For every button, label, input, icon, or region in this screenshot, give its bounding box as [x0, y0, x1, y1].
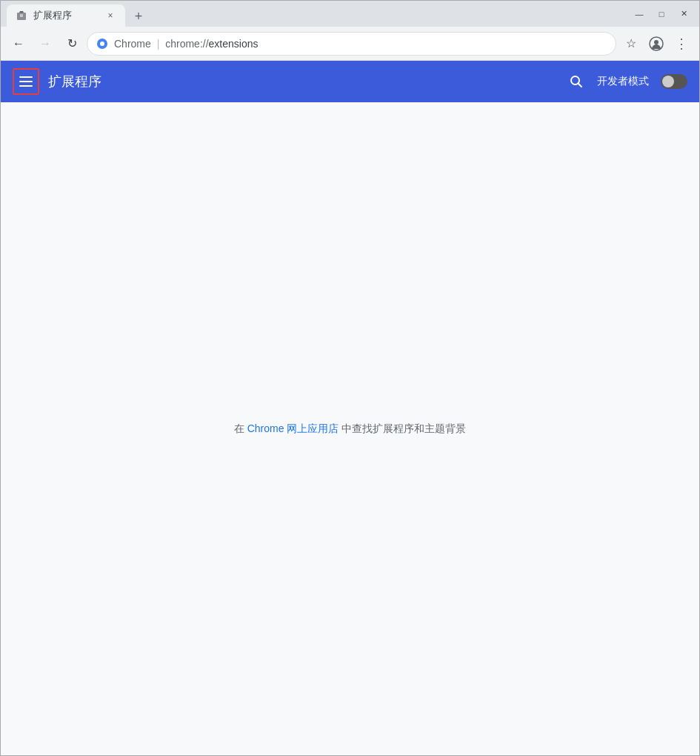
- favicon: [96, 38, 108, 50]
- page-title: 扩展程序: [48, 73, 101, 90]
- address-bar[interactable]: Chrome | chrome://extensions: [87, 32, 616, 56]
- account-button[interactable]: [644, 32, 668, 56]
- active-tab[interactable]: 扩展程序 ×: [7, 4, 125, 27]
- sidebar-menu-button[interactable]: [13, 68, 39, 95]
- dev-mode-label: 开发者模式: [597, 75, 649, 88]
- svg-line-6: [579, 84, 582, 87]
- extensions-header: 扩展程序 开发者模式: [1, 61, 699, 102]
- hamburger-line-1: [19, 76, 33, 78]
- navigation-bar: ← → ↻ Chrome | chrome://extensions ☆: [1, 27, 699, 61]
- hamburger-line-3: [19, 85, 33, 87]
- dev-mode-toggle[interactable]: [661, 74, 687, 89]
- new-tab-button[interactable]: +: [128, 6, 149, 27]
- bookmark-button[interactable]: ☆: [619, 32, 643, 56]
- address-prefix: Chrome: [114, 38, 151, 50]
- tab-title: 扩展程序: [33, 9, 99, 22]
- title-bar: 扩展程序 × + — □ ✕: [1, 1, 699, 27]
- reload-button[interactable]: ↻: [60, 32, 84, 56]
- main-content: 在 Chrome 网上应用店 中查找扩展程序和主题背景: [1, 102, 699, 755]
- empty-text-suffix: 中查找扩展程序和主题背景: [341, 422, 466, 434]
- address-scheme: chrome://: [165, 38, 208, 50]
- search-button[interactable]: [567, 73, 585, 90]
- chrome-menu-button[interactable]: ⋮: [670, 32, 693, 56]
- extension-icon: [16, 10, 27, 21]
- chrome-webstore-link[interactable]: Chrome 网上应用店: [247, 422, 339, 434]
- header-right: 开发者模式: [567, 73, 687, 90]
- svg-point-4: [654, 40, 659, 44]
- back-button[interactable]: ←: [7, 32, 30, 56]
- address-host: extensions: [209, 38, 259, 50]
- maximize-button[interactable]: □: [652, 7, 671, 21]
- address-text: Chrome | chrome://extensions: [114, 38, 607, 50]
- address-separator: |: [157, 38, 160, 50]
- browser-window: 扩展程序 × + — □ ✕ ← → ↻ Chrome | chro: [0, 0, 700, 756]
- window-controls: — □ ✕: [630, 7, 693, 21]
- tab-strip: 扩展程序 × +: [7, 1, 149, 27]
- forward-button[interactable]: →: [33, 32, 57, 56]
- svg-point-2: [100, 42, 104, 46]
- empty-text-prefix: 在: [234, 422, 244, 434]
- empty-state-message: 在 Chrome 网上应用店 中查找扩展程序和主题背景: [234, 422, 466, 436]
- minimize-button[interactable]: —: [630, 7, 649, 21]
- hamburger-line-2: [19, 81, 33, 82]
- tab-close-button[interactable]: ×: [104, 10, 116, 21]
- nav-right-controls: ☆ ⋮: [619, 32, 693, 56]
- close-button[interactable]: ✕: [674, 7, 693, 21]
